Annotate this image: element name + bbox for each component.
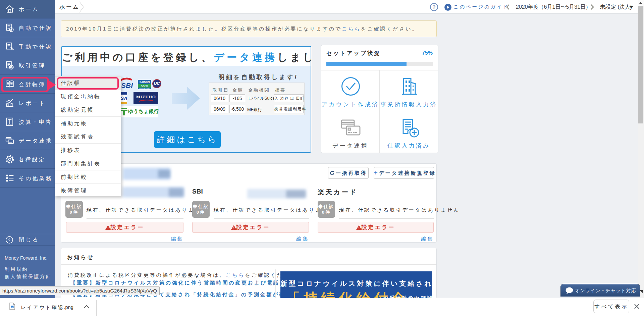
svg-text:SBI: SBI xyxy=(121,82,133,89)
